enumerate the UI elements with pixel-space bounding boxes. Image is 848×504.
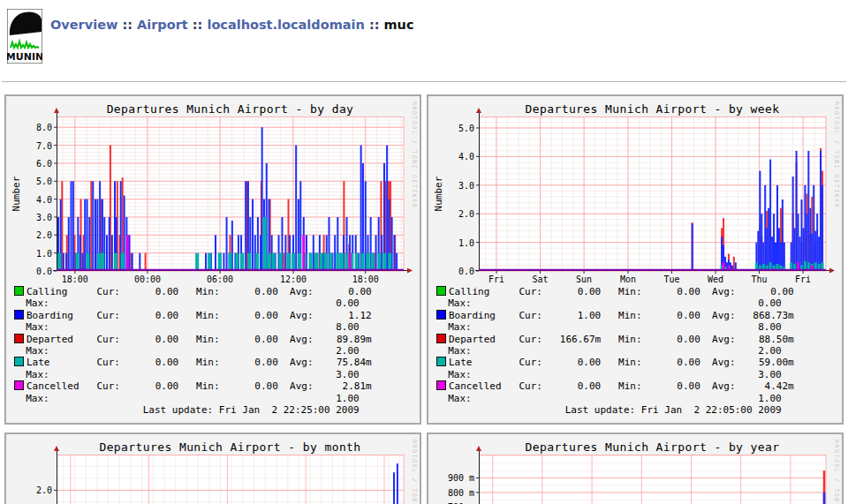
y-tick-label: 5.0 bbox=[441, 124, 474, 133]
legend-row-calling: Calling Cur: 0.00 Min: 0.00 Avg: 0.00 bbox=[436, 286, 794, 297]
legend-row-max: Max: 2.00 bbox=[436, 345, 794, 357]
x-tick-label: 18:00 bbox=[352, 275, 379, 284]
legend-row-max: Max: 1.00 bbox=[436, 393, 794, 404]
legend-row-cancelled: Cancelled Cur: 0.00 Min: 0.00 Avg: 4.42m bbox=[436, 380, 794, 392]
y-tick-label: 1.0 bbox=[19, 249, 52, 259]
munin-logo-image: MUNIN bbox=[7, 9, 42, 64]
legend-row-late: Late Cur: 0.00 Min: 0.00 Avg: 75.84m bbox=[14, 357, 372, 368]
breadcrumb-link-overview[interactable]: Overview bbox=[50, 18, 117, 32]
legend-row-cancelled: Cancelled Cur: 0.00 Min: 0.00 Avg: 2.81m bbox=[14, 380, 372, 392]
rrdtool-watermark: RRDTOOL / TOBI OETIKER bbox=[833, 440, 840, 504]
x-tick-label: Sat bbox=[533, 275, 549, 284]
legend-row-boarding: Boarding Cur: 1.00 Min: 0.00 Avg: 868.73… bbox=[436, 310, 794, 321]
graph-legend: Calling Cur: 0.00 Min: 0.00 Avg: 0.00 Ma… bbox=[436, 286, 794, 416]
munin-logo[interactable]: MUNIN bbox=[7, 9, 42, 64]
legend-row-max: Max: 1.00 bbox=[14, 393, 372, 404]
y-axis-label: Number bbox=[10, 455, 24, 504]
y-tick-label: 2.0 bbox=[441, 209, 474, 219]
legend-swatch-cancelled bbox=[14, 380, 24, 390]
graph-plot-by-week[interactable] bbox=[479, 117, 826, 271]
x-tick-label: Fri bbox=[795, 275, 811, 284]
graph-panel-by-day[interactable]: Departures Munich Airport - by dayRRDTOO… bbox=[4, 94, 421, 425]
legend-swatch-departed bbox=[436, 334, 446, 343]
rrdtool-watermark: RRDTOOL / TOBI OETIKER bbox=[411, 440, 418, 504]
header-divider bbox=[2, 81, 846, 82]
y-tick-label: 6.0 bbox=[19, 159, 52, 169]
svg-text:MUNIN: MUNIN bbox=[7, 51, 42, 63]
y-axis-label: Number bbox=[432, 117, 446, 271]
graph-title: Departures Munich Airport - by day bbox=[57, 102, 404, 116]
legend-row-max: Max: 8.00 bbox=[436, 321, 794, 333]
legend-row-max: Max: 3.00 bbox=[14, 369, 372, 380]
y-tick-label: 3.0 bbox=[441, 181, 474, 191]
legend-swatch-late bbox=[14, 357, 24, 366]
last-update: Last update: Fri Jan 2 22:05:00 2009 bbox=[436, 404, 794, 416]
y-tick-label: 900 m bbox=[441, 473, 474, 483]
x-tick-label: 12:00 bbox=[280, 275, 307, 284]
graph-plot-by-day[interactable] bbox=[57, 117, 404, 271]
legend-swatch-boarding bbox=[14, 310, 24, 320]
breadcrumb: Overview::Airport::localhost.localdomain… bbox=[50, 18, 414, 32]
breadcrumb-link-host[interactable]: localhost.localdomain bbox=[207, 18, 364, 32]
breadcrumb-separator: :: bbox=[122, 18, 132, 32]
y-tick-label: 0.0 bbox=[441, 267, 474, 276]
y-tick-label: 5.0 bbox=[19, 177, 52, 186]
graph-plot-by-month[interactable] bbox=[57, 455, 404, 504]
rrdtool-watermark: RRDTOOL / TOBI OETIKER bbox=[833, 102, 840, 208]
legend-swatch-late bbox=[436, 357, 446, 366]
x-tick-label: Sun bbox=[576, 275, 592, 284]
breadcrumb-separator: :: bbox=[193, 18, 203, 32]
legend-row-departed: Departed Cur: 166.67m Min: 0.00 Avg: 88.… bbox=[436, 334, 794, 345]
x-tick-label: 00:00 bbox=[134, 275, 161, 284]
legend-swatch-departed bbox=[14, 334, 24, 343]
y-tick-label: 2.0 bbox=[19, 230, 52, 240]
y-tick-label: 4.0 bbox=[441, 152, 474, 162]
legend-row-calling: Calling Cur: 0.00 Min: 0.00 Avg: 0.00 bbox=[14, 286, 372, 297]
legend-row-late: Late Cur: 0.00 Min: 0.00 Avg: 59.00m bbox=[436, 357, 794, 368]
legend-swatch-calling bbox=[14, 286, 24, 296]
legend-row-max: Max: 3.00 bbox=[436, 369, 794, 380]
x-tick-label: Mon bbox=[620, 275, 636, 284]
graph-title: Departures Munich Airport - by year bbox=[479, 440, 826, 454]
legend-row-max: Max: 0.00 bbox=[436, 297, 794, 309]
graph-panel-by-week[interactable]: Departures Munich Airport - by weekRRDTO… bbox=[427, 94, 844, 425]
graph-title: Departures Munich Airport - by month bbox=[57, 440, 404, 454]
breadcrumb-separator: :: bbox=[369, 18, 380, 32]
y-tick-label: 2.0 bbox=[19, 485, 52, 495]
x-tick-label: Tue bbox=[663, 275, 679, 284]
legend-row-max: Max: 0.00 bbox=[14, 297, 372, 309]
legend-row-departed: Departed Cur: 0.00 Min: 0.00 Avg: 89.89m bbox=[14, 334, 372, 345]
y-tick-label: 800 m bbox=[441, 488, 474, 498]
y-tick-label: 8.0 bbox=[19, 123, 52, 132]
y-tick-label: 0.0 bbox=[19, 267, 52, 276]
x-tick-label: Thu bbox=[752, 275, 768, 284]
legend-swatch-boarding bbox=[436, 310, 446, 320]
graph-legend: Calling Cur: 0.00 Min: 0.00 Avg: 0.00 Ma… bbox=[14, 286, 372, 416]
x-tick-label: Fri bbox=[488, 275, 504, 284]
graph-panel-by-year[interactable]: Departures Munich Airport - by yearRRDTO… bbox=[427, 433, 844, 504]
y-tick-label: 3.0 bbox=[19, 213, 52, 222]
legend-row-boarding: Boarding Cur: 0.00 Min: 0.00 Avg: 1.12 bbox=[14, 310, 372, 321]
breadcrumb-current-page: muc bbox=[383, 18, 413, 32]
y-tick-label: 4.0 bbox=[19, 195, 52, 205]
y-tick-label: 7.0 bbox=[19, 141, 52, 151]
legend-row-max: Max: 8.00 bbox=[14, 321, 372, 333]
y-tick-label: 1.0 bbox=[441, 238, 474, 248]
graph-panel-by-month[interactable]: Departures Munich Airport - by monthRRDT… bbox=[4, 433, 421, 504]
legend-swatch-cancelled bbox=[436, 380, 446, 390]
x-tick-label: Wed bbox=[708, 275, 723, 284]
breadcrumb-link-airport[interactable]: Airport bbox=[137, 18, 188, 32]
legend-row-max: Max: 2.00 bbox=[14, 345, 372, 357]
rrdtool-watermark: RRDTOOL / TOBI OETIKER bbox=[411, 102, 418, 208]
x-tick-label: 06:00 bbox=[207, 275, 233, 284]
legend-swatch-calling bbox=[436, 286, 446, 296]
x-tick-label: 18:00 bbox=[62, 275, 88, 284]
graph-plot-by-year[interactable] bbox=[479, 455, 826, 504]
last-update: Last update: Fri Jan 2 22:25:00 2009 bbox=[14, 404, 372, 416]
graph-title: Departures Munich Airport - by week bbox=[479, 102, 826, 116]
